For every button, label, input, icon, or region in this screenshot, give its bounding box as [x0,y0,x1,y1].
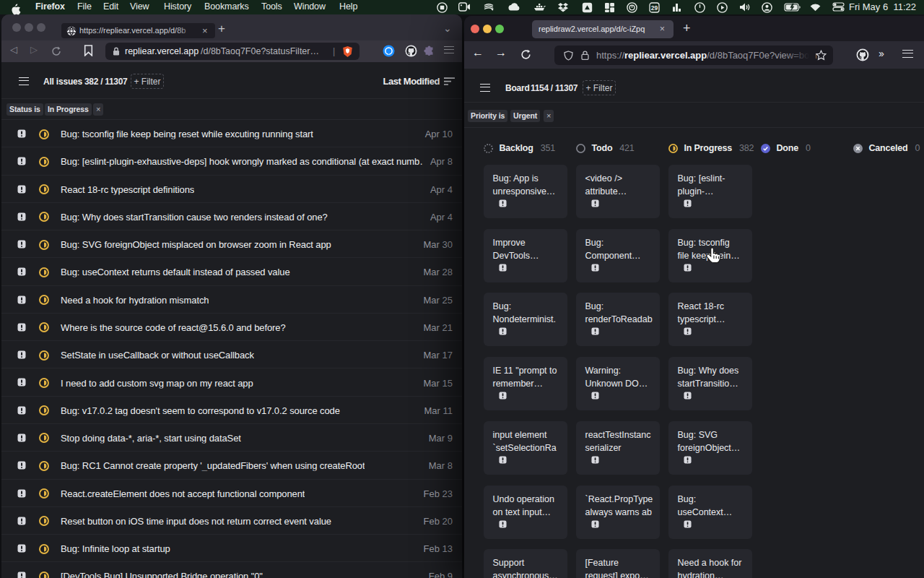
svg-text:29: 29 [651,4,658,12]
